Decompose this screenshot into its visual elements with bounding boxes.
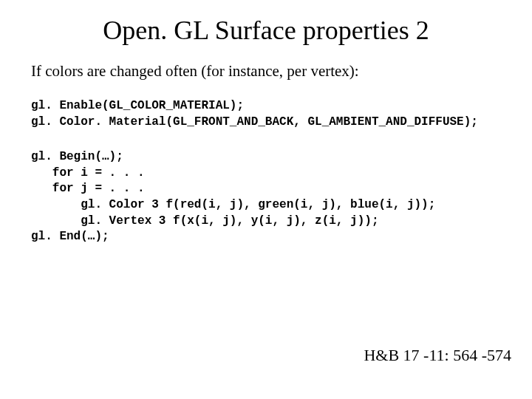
code-block-1: gl. Enable(GL_COLOR_MATERIAL); gl. Color… (31, 98, 501, 130)
code-block-2: gl. Begin(…); for i = . . . for j = . . … (31, 149, 501, 245)
slide: Open. GL Surface properties 2 If colors … (0, 0, 532, 399)
slide-title: Open. GL Surface properties 2 (31, 15, 501, 46)
intro-text: If colors are changed often (for instanc… (31, 62, 501, 81)
reference-text: H&B 17 -11: 564 -574 (364, 346, 511, 365)
